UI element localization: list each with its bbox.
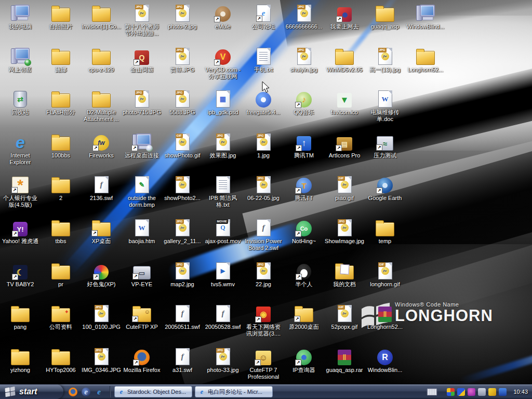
desktop-icon[interactable]: GIFfwlonghorn.gif (365, 261, 405, 288)
desktop-icon[interactable]: JPGfwshuiyin.jpg (284, 46, 324, 73)
desktop-icon[interactable]: JPGfw贵琼.JPG (162, 46, 203, 73)
desktop-icon[interactable]: 施娜 (41, 46, 81, 73)
desktop-icon[interactable]: JPGfwmap2.jpg (162, 261, 203, 288)
desktop-icon[interactable]: ☺↗CuteFTP 7 Professional (243, 347, 284, 380)
desktop-icon[interactable]: ▭↗VP-EYE (122, 261, 162, 288)
desktop-icon[interactable]: fw↗Fireworks (81, 132, 122, 159)
desktop-icon[interactable]: JPGfwphoto-2.jpg (162, 3, 203, 30)
desktop-icon[interactable]: 自拍照片 (41, 3, 81, 30)
desktop-icon[interactable]: ▼favicon.ico (324, 89, 365, 116)
desktop-icon[interactable]: JPGfw高一(13).jpg (365, 46, 405, 73)
desktop-icon[interactable]: ↗eMule (203, 3, 243, 30)
tray-messenger-icon[interactable] (457, 388, 465, 396)
desktop-icon[interactable]: MOVIEQajax-post.mov (203, 218, 243, 245)
desktop-icon[interactable]: *↗个人银行专业版(4.5版) (0, 175, 41, 208)
desktop-icon[interactable]: ↗好色鬼(XP) (81, 261, 122, 288)
desktop-icon[interactable]: WindowBlind... (405, 3, 446, 30)
desktop-icon[interactable]: pang (0, 303, 41, 330)
tray-pplive-icon[interactable] (468, 388, 475, 396)
desktop-icon[interactable]: 2 (41, 175, 81, 202)
desktop-icon[interactable]: 我的文档 (324, 261, 365, 288)
desktop-icon[interactable]: JPGfwIMG_0346.JPG (81, 347, 122, 374)
desktop-icon[interactable]: WinMD5v2.05 (324, 46, 365, 73)
desktop-icon[interactable]: freegate5.4... (243, 89, 284, 116)
desktop-icon[interactable]: ⇄回收站 (0, 89, 41, 116)
desktop-icon[interactable]: ‖guaqq_asp.rar (324, 347, 365, 374)
desktop-icon[interactable]: pr (41, 261, 81, 288)
desktop-icon[interactable]: ▤↗ArtIcons Pro (324, 132, 365, 159)
desktop-icon[interactable]: ↑↗腾讯TM (284, 132, 324, 159)
desktop-icon[interactable]: ↗我要上网去 (324, 3, 365, 30)
desktop-icon[interactable]: T↗腾讯TT (284, 175, 324, 202)
desktop-icon[interactable]: JPGfwphoto-33.jpg (203, 347, 243, 374)
tray-flashget-icon[interactable] (488, 388, 496, 396)
desktop-icon[interactable]: ♪↗QQ音乐 (284, 89, 324, 116)
task-button-forum[interactable]: e 电白同乡论坛 - Micr... (195, 386, 273, 397)
desktop-icon[interactable]: IPB 简洁风格.txt (203, 175, 243, 208)
ie-msn-quicklaunch-icon[interactable]: e (82, 388, 90, 396)
desktop-icon[interactable]: f2136.swf (81, 175, 122, 202)
desktop-icon[interactable]: JPGfwShowImage.jpg (324, 218, 365, 245)
desktop-icon[interactable]: HYTop2006 (41, 347, 81, 374)
keyboard-layout-icon[interactable] (427, 389, 437, 395)
desktop-icon[interactable]: JPGfw100_0100.JPG (81, 303, 122, 330)
desktop-icon[interactable]: JPGfwgallery_2_11... (162, 218, 203, 245)
desktop-icon[interactable]: fa31.swf (162, 347, 203, 374)
tray-qq-icon[interactable] (499, 388, 507, 396)
desktop-icon[interactable]: 我的电脑 (0, 3, 41, 30)
desktop-icon[interactable]: 手机.txt (243, 46, 284, 73)
desktop-icon[interactable]: JPGfwphoto-715.JPG (122, 89, 162, 116)
desktop-icon[interactable]: Longhorn52... (405, 46, 446, 73)
desktop-icon[interactable]: 100bbs (41, 132, 81, 159)
tray-colorflag-icon[interactable] (447, 388, 455, 396)
desktop-icon[interactable]: ☾↗TV BABY2 (0, 261, 41, 288)
desktop-icon[interactable]: GIFfw52popx.gif (324, 303, 365, 330)
desktop-icon[interactable]: fInvision Power Board 2.swf (243, 218, 284, 251)
desktop-icon[interactable]: ◉↗看天下网络资讯浏览器(3.... (243, 303, 284, 337)
desktop-icon[interactable]: Q↗金山词霸 (122, 46, 162, 73)
desktop-icon[interactable]: f20050528.swf (203, 303, 243, 330)
desktop-icon[interactable]: D2-Multiple Attachment ... (81, 89, 122, 123)
desktop-icon[interactable]: e↗公司论坛 (243, 3, 284, 30)
desktop-icon[interactable]: ▦ipb_gdk.psd (203, 89, 243, 116)
desktop-icon[interactable]: ↗Google Earth (365, 175, 405, 202)
start-button[interactable]: start (0, 384, 63, 399)
desktop-icon[interactable]: JPGfw06-22-05.jpg (243, 175, 284, 202)
desktop-icon[interactable]: Wbaojia.htm (122, 218, 162, 245)
desktop-icon[interactable]: ▶tvs5.wmv (203, 261, 243, 288)
desktop-icon[interactable]: ↗远程桌面连接 (122, 132, 162, 159)
desktop-icon[interactable]: Y!↗Yahoo! 雅虎通 (0, 218, 41, 245)
desktop-icon[interactable]: ↗IP查询器 (284, 347, 324, 374)
desktop-icon[interactable]: Co↗NotHing~ (284, 218, 324, 245)
desktop-icon[interactable]: ‖Longhorn52... (365, 303, 405, 330)
desktop-icon[interactable]: RWindowBlin... (365, 347, 405, 374)
ie-quicklaunch-icon[interactable]: e (95, 388, 103, 396)
desktop-icon[interactable]: ↗原2000桌面 (284, 303, 324, 330)
desktop-icon[interactable]: temp (365, 218, 405, 245)
desktop-icon[interactable]: GIFfwshowPhoto.gif (162, 132, 203, 159)
desktop-icon[interactable]: JPGfw22.jpg (243, 261, 284, 288)
desktop-icon[interactable]: JPGfw1.jpg (243, 132, 284, 159)
task-button-stardock[interactable]: e Stardock: Object Des... (114, 386, 192, 397)
desktop-icon[interactable]: yizhong (0, 347, 41, 374)
desktop-icon[interactable]: ✎outside the dorm.bmp (122, 175, 162, 208)
desktop-icon[interactable]: cpu-z-129 (81, 46, 122, 73)
desktop-icon[interactable]: tbbs (41, 218, 81, 245)
desktop-icon[interactable]: JPGfw第十八个教师节外出旅游... (122, 3, 162, 37)
desktop-icon[interactable]: ✦公司资料 (41, 303, 81, 330)
desktop-icon[interactable]: ≈↗压力测试 (365, 132, 405, 159)
desktop-icon[interactable]: JPGfwshowPhoto2... (162, 175, 203, 202)
desktop-icon[interactable]: GIFfwpiao.gif (324, 175, 365, 202)
desktop-icon[interactable]: guaqq_asp (365, 3, 405, 30)
desktop-icon[interactable]: JPGfw6666666666... (284, 3, 324, 30)
desktop-icon[interactable]: ↗半个人 (284, 261, 324, 288)
desktop-icon[interactable]: ☺↗CuteFTP XP (122, 303, 162, 330)
firefox-quicklaunch-icon[interactable] (69, 388, 77, 396)
desktop-icon[interactable]: ↗XP桌面 (81, 218, 122, 245)
desktop-icon[interactable]: JPGfw5588.JPG (162, 89, 203, 116)
desktop-icon[interactable]: JPGfw效果图.jpg (203, 132, 243, 159)
desktop-icon[interactable]: FLAsH部分 (41, 89, 81, 116)
desktop-icon[interactable]: eInternet Explorer (0, 132, 41, 166)
desktop-icon[interactable]: f20050511.swf (162, 303, 203, 330)
desktop-icon[interactable]: W电脑维修传单.doc (365, 89, 405, 123)
